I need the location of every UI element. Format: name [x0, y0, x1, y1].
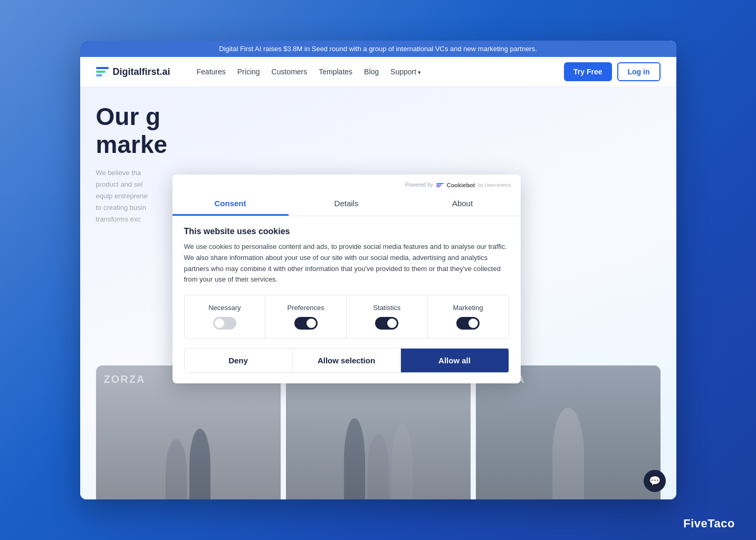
toggle-preferences-switch[interactable]: [294, 317, 318, 330]
tab-consent[interactable]: Consent: [173, 192, 289, 216]
cookiebot-text: Cookiebot: [447, 182, 475, 188]
deny-button[interactable]: Deny: [185, 349, 293, 372]
toggles-row: Necessary Preferences Statistics Ma: [184, 295, 509, 339]
nav-features[interactable]: Features: [197, 68, 226, 76]
cookiebot-brand: Powered by Cookiebot by Usercentrics: [405, 182, 511, 188]
toggle-preferences-label: Preferences: [288, 304, 324, 312]
nav-pricing[interactable]: Pricing: [237, 68, 260, 76]
tab-details[interactable]: Details: [289, 192, 405, 216]
hero-subtitle: We believe tha product and sel equip ent…: [96, 167, 168, 225]
cookie-modal: Powered by Cookiebot by Usercentrics Con…: [173, 175, 521, 383]
toggle-necessary-label: Necessary: [208, 304, 241, 312]
allow-selection-button[interactable]: Allow selection: [293, 349, 401, 372]
modal-body: This website uses cookies We use cookies…: [173, 216, 521, 383]
modal-header: Powered by Cookiebot by Usercentrics: [173, 175, 521, 188]
fivetaco-brand: FiveTaco: [683, 517, 735, 531]
hero-section: Our g marke We believe tha product and s…: [96, 103, 168, 225]
nav-support[interactable]: Support: [390, 68, 421, 76]
nav-blog[interactable]: Blog: [364, 68, 379, 76]
try-free-button[interactable]: Try Free: [564, 62, 611, 81]
cookie-desc: We use cookies to personalise content an…: [184, 242, 509, 285]
toggle-statistics-label: Statistics: [373, 304, 400, 312]
toggle-necessary: Necessary: [185, 295, 266, 338]
toggle-necessary-switch[interactable]: [213, 317, 236, 330]
chat-bubble[interactable]: 💬: [644, 470, 666, 492]
allow-all-button[interactable]: Allow all: [401, 349, 509, 372]
cookiebot-logo-icon: [436, 183, 444, 187]
cookiebot-sub: by Usercentrics: [478, 182, 511, 188]
toggle-preferences: Preferences: [265, 295, 347, 338]
navbar: Digitalfirst.ai Features Pricing Custome…: [80, 57, 676, 87]
logo-icon: [96, 67, 109, 76]
browser-frame: Digital First AI raises $3.8M in Seed ro…: [80, 41, 676, 499]
logo-area: Digitalfirst.ai: [96, 66, 170, 78]
nav-buttons: Try Free Log in: [564, 62, 660, 81]
announcement-bar: Digital First AI raises $3.8M in Seed ro…: [80, 41, 676, 57]
chat-icon: 💬: [649, 475, 661, 487]
announcement-text: Digital First AI raises $3.8M in Seed ro…: [219, 45, 537, 53]
toggle-marketing-switch[interactable]: [456, 317, 480, 330]
toggle-marketing-label: Marketing: [453, 304, 483, 312]
modal-tabs: Consent Details About: [173, 192, 521, 216]
login-button[interactable]: Log in: [617, 62, 661, 81]
toggle-statistics: Statistics: [347, 295, 428, 338]
nav-templates[interactable]: Templates: [319, 68, 352, 76]
modal-buttons: Deny Allow selection Allow all: [184, 348, 509, 373]
hero-title: Our g marke: [96, 103, 168, 159]
nav-links: Features Pricing Customers Templates Blo…: [197, 68, 553, 76]
logo-text: Digitalfirst.ai: [113, 66, 170, 78]
toggle-statistics-switch[interactable]: [375, 317, 398, 330]
cookie-title: This website uses cookies: [184, 227, 509, 236]
powered-by-text: Powered by: [405, 182, 433, 188]
photo-2: [286, 376, 471, 499]
nav-customers[interactable]: Customers: [272, 68, 308, 76]
photo-1: ZORZA: [96, 365, 281, 499]
photo-3: ZORZA: [476, 365, 661, 499]
tab-about[interactable]: About: [405, 192, 521, 216]
toggle-marketing: Marketing: [428, 295, 509, 338]
main-content: Our g marke We believe tha product and s…: [80, 87, 676, 499]
